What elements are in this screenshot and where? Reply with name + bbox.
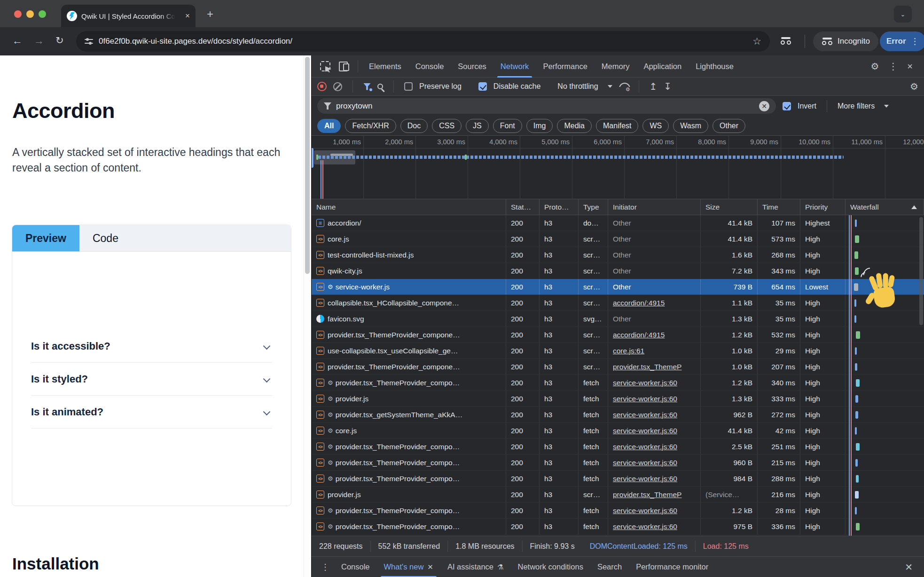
initiator-cell[interactable]: service-worker.js:60 <box>608 391 701 406</box>
extension-incognito-icon[interactable] <box>780 37 791 45</box>
initiator-cell[interactable]: Other <box>608 215 701 231</box>
initiator-cell[interactable]: Other <box>608 231 701 247</box>
disable-cache-label[interactable]: Disable cache <box>493 82 541 91</box>
page-scrollbar-thumb[interactable] <box>305 57 310 274</box>
address-bar[interactable]: 0f6e2f0b.qwik-ui-site.pages.dev/docs/sty… <box>76 31 770 52</box>
table-row[interactable]: ⚙ provider.tsx_ThemeProvider_compo… 200 … <box>312 519 924 535</box>
initiator-cell[interactable]: Other <box>608 247 701 263</box>
initiator-cell[interactable]: service-worker.js:60 <box>608 471 701 486</box>
drawer-tab[interactable]: AI assistance ⚗ ✕ <box>440 557 511 577</box>
demo-tab[interactable]: Preview <box>12 225 79 251</box>
window-minimize-button[interactable] <box>26 10 34 18</box>
browser-error-menu-button[interactable]: Error ⋮ <box>880 31 924 51</box>
new-tab-button[interactable]: + <box>207 8 213 20</box>
record-network-log-button[interactable] <box>317 82 327 91</box>
filter-input[interactable] <box>336 101 740 111</box>
device-toolbar-icon[interactable] <box>339 62 349 71</box>
request-type-chip[interactable]: Fetch/XHR <box>345 119 396 133</box>
page-scrollbar[interactable] <box>304 55 311 577</box>
network-conditions-icon[interactable] <box>619 83 628 90</box>
initiator-cell[interactable]: Other <box>608 279 701 295</box>
initiator-cell[interactable]: accordion/:4915 <box>608 295 701 311</box>
devtools-tab[interactable]: Lighthouse <box>689 55 741 78</box>
drawer-tab[interactable]: Performance monitor ⚗ ✕ <box>629 557 715 577</box>
devtools-kebab-menu-icon[interactable]: ⋮ <box>888 61 898 72</box>
drawer-tab[interactable]: Console ⚗ ✕ <box>334 557 377 577</box>
column-header[interactable]: Initiator <box>608 199 701 215</box>
column-header[interactable]: Priority <box>800 199 846 215</box>
accordion-item[interactable]: Is it animated? <box>31 396 272 429</box>
initiator-cell[interactable]: service-worker.js:60 <box>608 503 701 518</box>
drawer-tab[interactable]: What's new ⚗ ✕ <box>377 557 440 577</box>
site-settings-icon[interactable] <box>85 38 93 45</box>
initiator-cell[interactable]: service-worker.js:60 <box>608 519 701 534</box>
browser-tab[interactable]: Qwik UI | Styled Accordion Co × <box>61 5 196 27</box>
request-type-chip[interactable]: All <box>317 119 341 133</box>
more-filters-button[interactable]: More filters <box>838 102 875 110</box>
export-har-icon[interactable]: ↧ <box>664 81 672 92</box>
initiator-cell[interactable]: provider.tsx_ThemeP <box>608 487 701 502</box>
initiator-cell[interactable]: service-worker.js:60 <box>608 407 701 422</box>
request-type-chip[interactable]: JS <box>466 119 489 133</box>
devtools-tab[interactable]: Application <box>636 55 689 78</box>
table-row[interactable]: ⚙ provider.tsx_ThemeProvider_compo… 200 … <box>312 375 924 391</box>
preserve-log-checkbox[interactable] <box>404 82 413 91</box>
overview-left-handle[interactable] <box>312 148 313 168</box>
devtools-tab[interactable]: Sources <box>451 55 493 78</box>
clear-network-log-button[interactable] <box>333 82 342 91</box>
request-type-chip[interactable]: Other <box>713 119 745 133</box>
initiator-cell[interactable]: core.js:61 <box>608 343 701 359</box>
column-header[interactable]: Time <box>758 199 800 215</box>
request-type-chip[interactable]: WS <box>642 119 669 133</box>
initiator-cell[interactable]: service-worker.js:60 <box>608 423 701 438</box>
table-row[interactable]: ⚙ provider.tsx_ThemeProvider_compone… 20… <box>312 327 924 343</box>
request-type-chip[interactable]: Doc <box>400 119 428 133</box>
filter-toggle-icon[interactable] <box>363 83 371 90</box>
window-close-button[interactable] <box>14 10 22 18</box>
request-type-chip[interactable]: Img <box>526 119 553 133</box>
inspect-element-icon[interactable] <box>320 61 330 71</box>
devtools-settings-gear-icon[interactable]: ⚙ <box>870 61 879 72</box>
initiator-cell[interactable]: provider.tsx_ThemeP <box>608 359 701 374</box>
column-header[interactable]: Proto… <box>540 199 579 215</box>
table-row[interactable]: ⚙ core.js 200 h3 scr… Other 41.4 kB 573 … <box>312 231 924 247</box>
table-row[interactable]: ⚙ use-collapsible.tsx_useCollapsible_ge…… <box>312 343 924 359</box>
tab-close-icon[interactable]: × <box>185 11 190 21</box>
table-row[interactable]: ⚙ provider.tsx_ThemeProvider_compo… 200 … <box>312 455 924 471</box>
disable-cache-checkbox[interactable] <box>478 82 487 91</box>
forward-button[interactable]: → <box>34 35 44 47</box>
throttling-select[interactable]: No throttling <box>557 82 598 91</box>
devtools-tab[interactable]: Console <box>408 55 451 78</box>
column-header[interactable]: Name <box>312 199 506 215</box>
table-row[interactable]: ⚙ collapsible.tsx_HCollapsible_compone… … <box>312 295 924 311</box>
accordion-item[interactable]: Is it accessible? <box>31 330 272 363</box>
table-row[interactable]: ⚙ provider.tsx_ThemeProvider_compone… 20… <box>312 359 924 375</box>
devtools-close-icon[interactable]: × <box>907 61 913 72</box>
invert-label[interactable]: Invert <box>798 102 816 110</box>
filter-input-wrap[interactable]: ✕ <box>317 98 776 114</box>
accordion-item[interactable]: Is it styled? <box>31 363 272 396</box>
initiator-cell[interactable]: Other <box>608 263 701 279</box>
network-settings-gear-icon[interactable]: ⚙ <box>910 81 918 92</box>
table-row[interactable]: ⚙ provider.tsx_ThemeProvider_compo… 200 … <box>312 471 924 487</box>
drawer-tab-close-icon[interactable]: ✕ <box>427 563 433 571</box>
url-text[interactable]: 0f6e2f0b.qwik-ui-site.pages.dev/docs/sty… <box>99 37 292 46</box>
devtools-tab[interactable]: Memory <box>595 55 637 78</box>
column-header[interactable]: Stat… <box>506 199 540 215</box>
table-row[interactable]: ⚙ provider.js 200 h3 scr… provider.tsx_T… <box>312 487 924 503</box>
column-header[interactable]: Size <box>701 199 758 215</box>
initiator-cell[interactable]: Other <box>608 311 701 327</box>
table-row[interactable]: ⚙ favicon.svg 200 h3 svg… Other 1.3 kB 3… <box>312 311 924 327</box>
request-type-chip[interactable]: CSS <box>432 119 462 133</box>
table-row[interactable]: ⚙ accordion/ 200 h3 do… Other 41.4 kB 10… <box>312 215 924 231</box>
table-row[interactable]: ⚙ provider.tsx_getSystemTheme_aKkA… 200 … <box>312 407 924 423</box>
request-type-chip[interactable]: Manifest <box>596 119 638 133</box>
drawer-tab[interactable]: Network conditions ⚗ ✕ <box>510 557 590 577</box>
search-icon[interactable] <box>377 84 383 89</box>
preserve-log-label[interactable]: Preserve log <box>419 82 462 91</box>
table-row[interactable]: ⚙ qwik-city.js 200 h3 scr… Other 7.2 kB … <box>312 263 924 279</box>
window-zoom-button[interactable] <box>39 10 46 18</box>
column-header[interactable]: Waterfall <box>846 199 924 215</box>
demo-tab[interactable]: Code <box>79 225 132 251</box>
devtools-tab[interactable]: Performance <box>536 55 594 78</box>
